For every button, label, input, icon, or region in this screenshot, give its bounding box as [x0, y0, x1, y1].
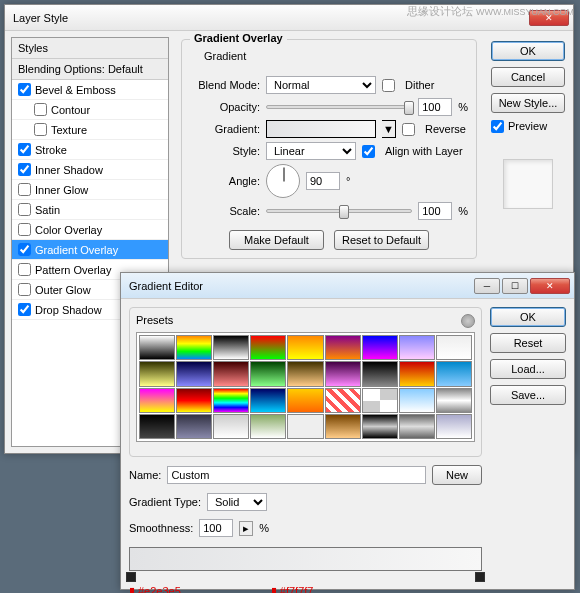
preset-swatch[interactable] [176, 335, 212, 360]
preset-swatch[interactable] [362, 414, 398, 439]
preset-swatch[interactable] [250, 414, 286, 439]
preset-swatch[interactable] [250, 388, 286, 413]
new-button[interactable]: New [432, 465, 482, 485]
load-button[interactable]: Load... [490, 359, 566, 379]
preset-swatch[interactable] [250, 335, 286, 360]
preset-swatch[interactable] [139, 388, 175, 413]
style-checkbox[interactable] [18, 283, 31, 296]
smoothness-field[interactable] [199, 519, 233, 537]
color-stop-right[interactable] [475, 572, 485, 582]
style-checkbox[interactable] [18, 263, 31, 276]
preset-swatch[interactable] [287, 388, 323, 413]
preview-checkbox[interactable] [491, 120, 504, 133]
style-checkbox[interactable] [18, 183, 31, 196]
angle-dial[interactable] [266, 164, 300, 198]
sidebar-item-gradient-overlay[interactable]: Gradient Overlay [12, 240, 168, 260]
preset-swatch[interactable] [362, 335, 398, 360]
preset-swatch[interactable] [176, 414, 212, 439]
preset-swatch[interactable] [399, 335, 435, 360]
preview-swatch [503, 159, 553, 209]
style-checkbox[interactable] [18, 243, 31, 256]
sidebar-item-texture[interactable]: Texture [12, 120, 168, 140]
preset-swatch[interactable] [399, 414, 435, 439]
blend-mode-select[interactable]: Normal [266, 76, 376, 94]
save-button[interactable]: Save... [490, 385, 566, 405]
preset-swatch[interactable] [325, 361, 361, 386]
titlebar[interactable]: Gradient Editor ─ ☐ ✕ [121, 273, 574, 299]
preset-swatch[interactable] [399, 361, 435, 386]
style-checkbox[interactable] [18, 83, 31, 96]
style-checkbox[interactable] [18, 163, 31, 176]
smoothness-stepper-icon[interactable]: ▸ [239, 521, 253, 536]
style-checkbox[interactable] [18, 223, 31, 236]
preset-swatch[interactable] [213, 335, 249, 360]
reverse-label: Reverse [425, 123, 466, 135]
angle-field[interactable] [306, 172, 340, 190]
preset-swatch[interactable] [213, 414, 249, 439]
preset-swatch[interactable] [399, 388, 435, 413]
preset-swatch[interactable] [325, 335, 361, 360]
preset-swatch[interactable] [362, 361, 398, 386]
sidebar-item-stroke[interactable]: Stroke [12, 140, 168, 160]
preset-swatch[interactable] [436, 414, 472, 439]
style-checkbox[interactable] [34, 123, 47, 136]
color-stop-left[interactable] [126, 572, 136, 582]
sidebar-item-inner-shadow[interactable]: Inner Shadow [12, 160, 168, 180]
sidebar-item-satin[interactable]: Satin [12, 200, 168, 220]
preset-swatch[interactable] [436, 388, 472, 413]
opacity-slider[interactable] [266, 105, 412, 109]
opacity-field[interactable] [418, 98, 452, 116]
gradient-dropdown-icon[interactable]: ▼ [382, 120, 396, 138]
scale-slider[interactable] [266, 209, 412, 213]
preset-swatch[interactable] [139, 414, 175, 439]
minimize-icon[interactable]: ─ [474, 278, 500, 294]
name-field[interactable] [167, 466, 426, 484]
make-default-button[interactable]: Make Default [229, 230, 324, 250]
preset-swatch[interactable] [213, 388, 249, 413]
preset-swatch[interactable] [176, 388, 212, 413]
style-label: Pattern Overlay [35, 264, 111, 276]
sidebar-item-color-overlay[interactable]: Color Overlay [12, 220, 168, 240]
sidebar-item-contour[interactable]: Contour [12, 100, 168, 120]
maximize-icon[interactable]: ☐ [502, 278, 528, 294]
preset-swatch[interactable] [250, 361, 286, 386]
reverse-checkbox[interactable] [402, 123, 415, 136]
ok-button[interactable]: OK [490, 307, 566, 327]
preset-swatch[interactable] [325, 414, 361, 439]
style-checkbox[interactable] [18, 303, 31, 316]
style-select[interactable]: Linear [266, 142, 356, 160]
sidebar-item-inner-glow[interactable]: Inner Glow [12, 180, 168, 200]
preset-swatch[interactable] [213, 361, 249, 386]
cancel-button[interactable]: Cancel [491, 67, 565, 87]
style-label: Bevel & Emboss [35, 84, 116, 96]
style-label: Style: [190, 145, 260, 157]
ok-button[interactable]: OK [491, 41, 565, 61]
preset-swatch[interactable] [362, 388, 398, 413]
sidebar-styles-header[interactable]: Styles [12, 38, 168, 59]
close-icon[interactable]: ✕ [530, 278, 570, 294]
reset-button[interactable]: Reset [490, 333, 566, 353]
dither-checkbox[interactable] [382, 79, 395, 92]
preset-swatch[interactable] [325, 388, 361, 413]
preset-swatch[interactable] [176, 361, 212, 386]
scale-field[interactable] [418, 202, 452, 220]
gradient-type-select[interactable]: Solid [207, 493, 267, 511]
preset-swatch[interactable] [287, 335, 323, 360]
preset-swatch[interactable] [436, 361, 472, 386]
preset-swatch[interactable] [287, 361, 323, 386]
gradient-preview[interactable] [266, 120, 376, 138]
sidebar-item-bevel-emboss[interactable]: Bevel & Emboss [12, 80, 168, 100]
preset-swatch[interactable] [436, 335, 472, 360]
style-checkbox[interactable] [18, 143, 31, 156]
new-style-button[interactable]: New Style... [491, 93, 565, 113]
style-checkbox[interactable] [18, 203, 31, 216]
align-checkbox[interactable] [362, 145, 375, 158]
preset-swatch[interactable] [139, 361, 175, 386]
style-checkbox[interactable] [34, 103, 47, 116]
reset-default-button[interactable]: Reset to Default [334, 230, 429, 250]
gradient-bar[interactable] [129, 547, 482, 571]
preset-swatch[interactable] [287, 414, 323, 439]
preset-swatch[interactable] [139, 335, 175, 360]
sidebar-blending-header[interactable]: Blending Options: Default [12, 59, 168, 80]
gear-icon[interactable] [461, 314, 475, 328]
